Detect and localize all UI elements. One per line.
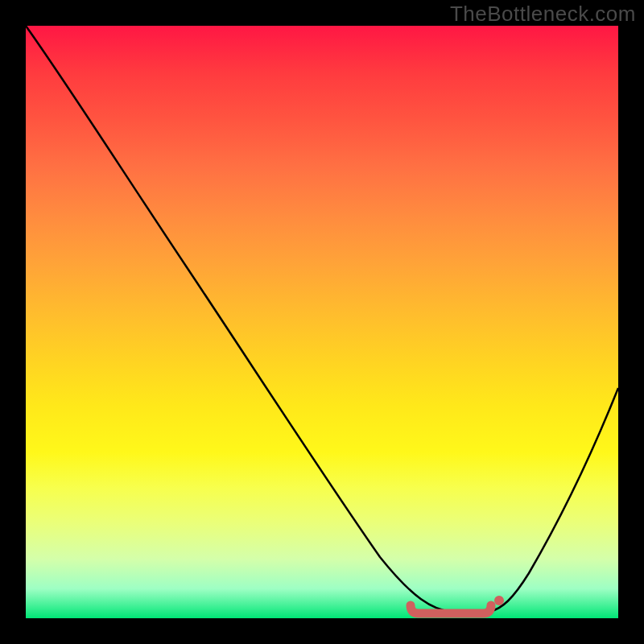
optimal-range-marker xyxy=(411,605,491,613)
valley-end-dot xyxy=(494,596,504,605)
plot-area xyxy=(26,26,618,618)
curve-svg xyxy=(26,26,618,618)
watermark-text: TheBottleneck.com xyxy=(450,2,636,27)
bottleneck-curve-path xyxy=(26,26,618,612)
chart-container: TheBottleneck.com xyxy=(0,0,644,644)
